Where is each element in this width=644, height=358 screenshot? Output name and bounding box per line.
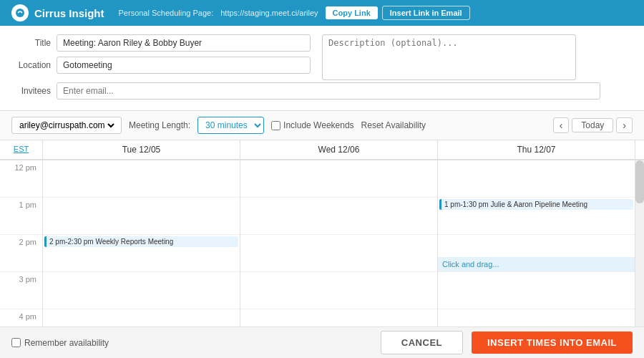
cell-2-2[interactable]: Click and drag... — [438, 235, 635, 272]
invitees-row: Invitees — [11, 82, 633, 100]
reset-availability-link[interactable]: Reset Availability — [361, 120, 426, 130]
cell-2-4[interactable] — [438, 309, 635, 326]
location-label: Location — [11, 60, 51, 70]
app-logo: Cirrus Insight — [11, 4, 104, 21]
cell-0-2[interactable]: 2 pm-2:30 pm Weekly Reports Meeting — [43, 235, 240, 272]
prev-button[interactable]: ‹ — [553, 117, 570, 133]
day-col-1 — [240, 160, 438, 326]
time-slot-4pm: 4 pm — [0, 309, 42, 326]
title-input[interactable] — [57, 34, 311, 52]
insert-link-button[interactable]: Insert Link in Email — [382, 6, 470, 20]
remember-availability-checkbox[interactable] — [11, 338, 21, 347]
location-row: Location — [11, 57, 311, 74]
time-slot-3pm: 3 pm — [0, 272, 42, 309]
scrollbar-thumb[interactable] — [635, 160, 644, 203]
svg-point-0 — [16, 9, 24, 17]
cell-0-4[interactable] — [43, 309, 240, 326]
logo-icon — [11, 4, 29, 21]
invitees-input[interactable] — [57, 82, 600, 100]
day-header-1: Wed 12/06 — [240, 140, 438, 159]
copy-link-button[interactable]: Copy Link — [326, 6, 378, 19]
invitees-label: Invitees — [11, 86, 51, 96]
cell-2-3[interactable] — [438, 272, 635, 309]
meeting-length-label: Meeting Length: — [129, 120, 190, 130]
calendar-container: EST Tue 12/05 Wed 12/06 Thu 12/07 12 pm … — [0, 140, 644, 326]
today-button[interactable]: Today — [572, 118, 613, 132]
cell-1-1[interactable] — [240, 198, 437, 235]
next-button[interactable]: › — [616, 117, 633, 133]
time-column: 12 pm 1 pm 2 pm 3 pm 4 pm — [0, 160, 43, 326]
cell-1-0[interactable] — [240, 160, 437, 198]
account-select[interactable]: ariley@cirruspath.com — [16, 120, 117, 131]
title-label: Title — [11, 38, 51, 48]
insert-times-button[interactable]: INSERT TIMES INTO EMAIL — [472, 332, 633, 354]
event-pipeline-meeting: 1 pm-1:30 pm Julie & Aaron Pipeline Meet… — [439, 199, 633, 210]
scrollbar[interactable] — [635, 160, 644, 326]
scheduling-url-label: Personal Scheduling Page: — [119, 9, 214, 17]
footer: Remember availability CANCEL INSERT TIME… — [0, 326, 644, 358]
drag-hint[interactable]: Click and drag... — [438, 257, 635, 271]
title-row: Title — [11, 34, 311, 52]
cell-2-0[interactable] — [438, 160, 635, 198]
include-weekends-label[interactable]: Include Weekends — [271, 120, 354, 130]
cell-1-2[interactable] — [240, 235, 437, 272]
include-weekends-checkbox[interactable] — [271, 121, 280, 130]
event-weekly-reports: 2 pm-2:30 pm Weekly Reports Meeting — [44, 236, 238, 247]
calendar-header: EST Tue 12/05 Wed 12/06 Thu 12/07 — [0, 140, 644, 160]
day-header-0: Tue 12/05 — [43, 140, 240, 159]
time-slot-12pm: 12 pm — [0, 160, 42, 198]
app-container: Cirrus Insight Personal Scheduling Page:… — [0, 0, 644, 358]
form-section: Title Location Invitees — [0, 26, 644, 111]
day-header-2: Thu 12/07 — [438, 140, 635, 159]
account-selector[interactable]: ariley@cirruspath.com — [11, 117, 122, 134]
description-input[interactable] — [322, 34, 576, 80]
header-bar: Cirrus Insight Personal Scheduling Page:… — [0, 0, 644, 26]
location-input[interactable] — [57, 57, 311, 74]
day-col-0: 2 pm-2:30 pm Weekly Reports Meeting — [43, 160, 240, 326]
cell-1-4[interactable] — [240, 309, 437, 326]
scheduling-url-value: https://staging.meet.ci/ariley — [220, 9, 318, 17]
cell-0-3[interactable] — [43, 272, 240, 309]
cell-1-3[interactable] — [240, 272, 437, 309]
cell-2-1[interactable]: 1 pm-1:30 pm Julie & Aaron Pipeline Meet… — [438, 198, 635, 235]
calendar-body: 12 pm 1 pm 2 pm 3 pm 4 pm 2 pm-2:30 pm W… — [0, 160, 644, 326]
time-slot-2pm: 2 pm — [0, 235, 42, 272]
app-title: Cirrus Insight — [34, 7, 104, 19]
cancel-button[interactable]: CANCEL — [381, 331, 463, 354]
remember-availability-label[interactable]: Remember availability — [11, 338, 109, 348]
nav-controls: ‹ Today › — [553, 117, 633, 133]
time-slot-1pm: 1 pm — [0, 198, 42, 235]
day-columns: 2 pm-2:30 pm Weekly Reports Meeting — [43, 160, 635, 326]
timezone-label[interactable]: EST — [0, 140, 43, 159]
meeting-length-select[interactable]: 30 minutes 15 minutes 45 minutes 60 minu… — [197, 117, 264, 134]
toolbar: ariley@cirruspath.com Meeting Length: 30… — [0, 111, 644, 140]
cell-0-0[interactable] — [43, 160, 240, 198]
cell-0-1[interactable] — [43, 198, 240, 235]
day-col-2: 1 pm-1:30 pm Julie & Aaron Pipeline Meet… — [438, 160, 635, 326]
